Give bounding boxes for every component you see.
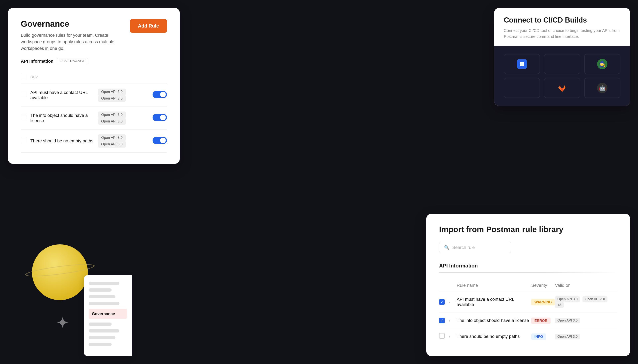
valid-tag-3a: Open API 3.0 [555,334,580,340]
search-placeholder: Search rule [452,245,475,250]
severity-badge-3: INFO [531,334,546,340]
valid-tag-1b: Open API 3.0 [582,296,607,302]
sidebar-skeleton-3 [89,295,115,298]
col-valid: Valid on [555,280,617,292]
import-checkbox-1[interactable]: ✓ [439,299,445,305]
search-bar[interactable]: 🔍 Search rule [439,242,511,253]
cicd-item-1[interactable] [504,54,540,74]
valid-plus-1: +3 [555,302,563,308]
sidebar-skeleton-5 [89,322,112,326]
sidebar-skeleton-1 [89,282,119,285]
severity-badge-2: ERROR [531,318,551,324]
valid-tag-2a: Open API 3.0 [555,318,580,323]
tag-2a: Open API 3.0 [98,112,126,118]
import-section-title: API Information [439,263,617,269]
tag-1a: Open API 3.0 [98,88,126,95]
cicd-body: 🧙 🤖 [494,46,630,106]
row-checkbox-1[interactable] [21,92,26,97]
tag-2b: Open API 3.0 [98,118,126,125]
import-row-2: ✓ › The info object should have a licens… [439,313,617,328]
sidebar-skeleton-2 [89,288,112,292]
tag-3b: Open API 3.0 [98,141,126,148]
governance-card: Governance Build governance rules for yo… [8,8,180,164]
import-title: Import from Postman rule library [439,225,617,234]
sidebar-skeleton-4 [89,302,119,305]
col-rule-name: Rule name [457,280,531,292]
ci-tool-6-avatar: 🤖 [597,83,607,93]
tag-1b: Open API 3.0 [98,95,126,102]
cicd-item-2[interactable] [544,54,580,74]
import-rule-name-1: API must have a contact URL available [457,292,531,313]
toggle-2[interactable] [153,114,167,121]
card-header-text: Governance Build governance rules for yo… [21,19,130,52]
chevron-icon-3: › [449,334,450,339]
chevron-icon-2: › [449,318,450,323]
rules-table: Rule API must have a contact URL availab… [21,70,167,152]
cicd-item-3[interactable]: 🧙 [584,54,620,74]
ci-tool-1-icon [517,59,527,69]
cicd-item-4[interactable] [504,78,540,98]
rule-column-header: Rule [30,70,98,84]
governance-title: Governance [21,19,130,29]
table-row: There should be no empty paths Open API … [21,130,167,152]
add-rule-button[interactable]: Add Rule [130,19,167,33]
cicd-card: Connect to CI/CD Builds Connect your CI/… [494,8,630,106]
cicd-subtitle: Connect your CI/CD tool of choice to beg… [504,28,620,40]
cicd-item-5[interactable] [544,78,580,98]
col-severity: Severity [531,280,555,292]
governance-subtitle: Build governance rules for your team. Cr… [21,32,130,52]
gitlab-icon [557,83,567,93]
select-all-checkbox[interactable] [21,74,26,80]
ci-tool-3-avatar: 🧙 [597,59,607,69]
sidebar-active-governance[interactable]: Governance [89,309,127,319]
table-row: The info object should have a license Op… [21,107,167,130]
section-divider [439,272,617,273]
chevron-icon-1: › [449,300,450,304]
breadcrumb-badge: GOVERNANCE [57,58,88,64]
row-checkbox-3[interactable] [21,138,26,143]
search-icon: 🔍 [444,245,450,250]
rule-name-1: API must have a contact URL available [30,84,98,107]
breadcrumb: API Information GOVERNANCE [21,58,167,64]
cicd-item-6[interactable]: 🤖 [584,78,620,98]
import-row-1: ✓ › API must have a contact URL availabl… [439,292,617,313]
toggle-3[interactable] [153,137,167,144]
sidebar-skeleton-7 [89,336,115,339]
cicd-grid: 🧙 🤖 [504,54,620,98]
sidebar-skeleton-8 [89,343,112,346]
import-table: Rule name Severity Valid on ✓ › API must… [439,280,617,345]
toggle-1[interactable] [153,91,167,98]
valid-tag-1a: Open API 3.0 [555,296,580,302]
cicd-title: Connect to CI/CD Builds [504,16,620,24]
rule-name-2: The info object should have a license [30,107,98,130]
import-rule-name-3: There should be no empty paths [457,328,531,345]
breadcrumb-label: API Information [21,59,54,64]
import-row-3: › There should be no empty paths INFO Op… [439,328,617,345]
rule-name-3: There should be no empty paths [30,130,98,152]
row-checkbox-2[interactable] [21,115,26,120]
import-checkbox-2[interactable]: ✓ [439,318,445,323]
card-header: Governance Build governance rules for yo… [21,19,167,52]
sidebar-panel: Governance [84,275,132,356]
severity-badge-1: WARNING [531,299,555,305]
import-rule-name-2: The info object should have a license [457,313,531,328]
table-row: API must have a contact URL available Op… [21,84,167,107]
import-checkbox-3[interactable] [439,333,445,339]
cicd-header: Connect to CI/CD Builds Connect your CI/… [494,8,630,46]
sidebar-skeleton-6 [89,329,119,332]
star-decoration: ✦ [56,314,69,332]
import-modal: Import from Postman rule library 🔍 Searc… [426,214,630,356]
tag-3a: Open API 3.0 [98,134,126,141]
